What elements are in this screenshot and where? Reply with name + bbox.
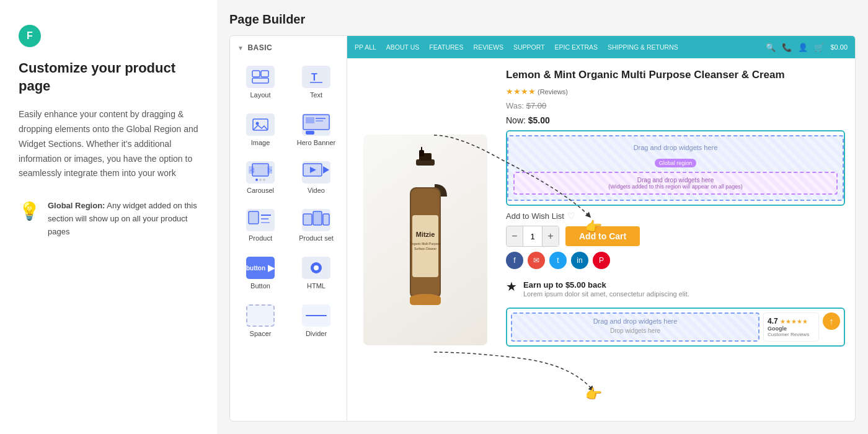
- google-label: Google: [768, 326, 815, 332]
- text-label: Text: [310, 91, 322, 99]
- widget-item-product[interactable]: Product: [235, 204, 286, 247]
- widget-item-button[interactable]: button ▶ Button: [235, 252, 286, 294]
- heart-icon[interactable]: ♡: [567, 211, 575, 221]
- carousel-label: Carousel: [247, 187, 274, 194]
- right-panel: Page Builder ▼ BASIC Layout T: [217, 0, 868, 434]
- html-label: HTML: [307, 282, 326, 290]
- google-sub-label: Customer Reviews: [768, 332, 815, 337]
- global-inner-sub-text: (Widgets added to this region will appea…: [518, 184, 833, 190]
- widget-sidebar: ▼ BASIC Layout T Text: [229, 35, 347, 422]
- phone-nav-icon[interactable]: 📞: [782, 43, 792, 52]
- widget-item-html[interactable]: HTML: [291, 252, 342, 294]
- now-price-row: Now: $5.00: [506, 115, 845, 125]
- svg-rect-49: [419, 150, 424, 156]
- carousel-icon: ◁▷: [246, 161, 275, 184]
- product-icon: [246, 209, 275, 231]
- widget-item-layout[interactable]: Layout: [235, 61, 286, 104]
- earn-back-section: ★ Earn up to $5.00 back Lorem ipsum dolo…: [506, 274, 845, 303]
- review-count: (Reviews): [538, 88, 568, 95]
- now-price: $5.00: [528, 115, 550, 125]
- global-region-note: 💡 Global Region: Any widget added on thi…: [19, 200, 198, 238]
- store-nav: PP ALL ABOUT US FEATURES REVIEWS SUPPORT…: [347, 36, 855, 58]
- svg-rect-26: [249, 211, 259, 224]
- divider-label: Divider: [306, 330, 327, 337]
- main-area: ▼ BASIC Layout T Text: [229, 35, 856, 422]
- svg-point-19: [255, 179, 258, 181]
- was-price-row: Was: $7.00: [506, 101, 845, 110]
- svg-text:Mitzie: Mitzie: [416, 231, 435, 238]
- nav-item-all[interactable]: PP ALL: [355, 43, 376, 51]
- nav-item-about[interactable]: ABOUT US: [386, 43, 419, 51]
- svg-rect-1: [261, 71, 268, 77]
- nav-item-features[interactable]: FEATURES: [429, 43, 463, 51]
- qty-plus-button[interactable]: +: [542, 226, 559, 246]
- add-to-cart-button[interactable]: Add to Cart: [565, 226, 640, 246]
- bottom-drag-area: Drag and drop widgets here Drop widgets …: [511, 312, 760, 342]
- bulb-icon: 💡: [19, 201, 40, 221]
- bottom-drag-zone: Drag and drop widgets here Drop widgets …: [506, 308, 845, 347]
- pinterest-share-icon[interactable]: P: [593, 252, 610, 269]
- product-title: Lemon & Mint Organic Multi Purpose Clean…: [506, 68, 845, 82]
- social-row: f ✉ t in P: [506, 252, 845, 269]
- scroll-up-button[interactable]: ↑: [823, 312, 840, 330]
- qty-minus-button[interactable]: −: [507, 226, 523, 246]
- basic-section-label: ▼ BASIC: [235, 43, 342, 52]
- page-builder-title: Page Builder: [229, 12, 856, 27]
- svg-rect-12: [306, 131, 314, 135]
- widget-item-video[interactable]: Video: [291, 156, 342, 199]
- widget-item-text[interactable]: T Text: [291, 61, 342, 104]
- html-icon: [302, 257, 330, 279]
- stars-icon: ★★★★: [506, 87, 536, 96]
- twitter-share-icon[interactable]: t: [549, 252, 567, 269]
- svg-rect-9: [306, 117, 314, 123]
- svg-rect-31: [303, 214, 312, 225]
- widget-item-carousel[interactable]: ◁▷ Carousel: [235, 156, 286, 199]
- left-description: Easily enhance your content by dragging …: [19, 107, 198, 181]
- widget-item-product-set[interactable]: Product set: [291, 204, 342, 247]
- global-region-text: Global Region: Any widget added on this …: [48, 200, 198, 238]
- earn-text: Earn up to $5.00 back Lorem ipsum dolor …: [523, 279, 689, 298]
- account-nav-icon[interactable]: 👤: [798, 43, 808, 52]
- widget-item-image[interactable]: Image: [235, 108, 286, 151]
- button-label: Button: [250, 282, 270, 290]
- drop-here-text: Drop widgets here: [516, 327, 755, 334]
- expand-arrow-icon[interactable]: ▼: [237, 45, 244, 51]
- nav-item-reviews[interactable]: REVIEWS: [474, 43, 503, 51]
- logo-icon: F: [19, 25, 41, 47]
- print-share-icon[interactable]: ✉: [528, 252, 545, 269]
- nav-item-shipping[interactable]: SHIPPING & RETURNS: [608, 43, 678, 51]
- layout-icon: [246, 66, 275, 88]
- hero-banner-icon: [302, 113, 330, 136]
- svg-point-38: [314, 265, 319, 270]
- svg-text:T: T: [311, 72, 317, 82]
- earn-star-icon: ★: [506, 279, 517, 294]
- global-inner-drag-text: Drag and drop widgets here: [518, 177, 833, 184]
- product-label: Product: [249, 234, 272, 242]
- widget-item-divider[interactable]: Divider: [291, 299, 342, 342]
- linkedin-share-icon[interactable]: in: [571, 252, 588, 269]
- search-nav-icon[interactable]: 🔍: [766, 43, 776, 52]
- google-stars-icon: ★★★★★: [780, 318, 808, 325]
- product-info: Lemon & Mint Organic Multi Purpose Clean…: [506, 68, 845, 411]
- cart-amount: $0.00: [830, 43, 848, 51]
- drag-drop-inner: Drag and drop widgets here Global region…: [507, 135, 844, 201]
- svg-rect-33: [313, 211, 322, 225]
- video-icon: [302, 161, 330, 184]
- divider-icon: [302, 304, 330, 327]
- cart-nav-icon[interactable]: 🛒: [814, 43, 824, 52]
- nav-item-extras[interactable]: EPIC EXTRAS: [555, 43, 598, 51]
- widget-item-spacer[interactable]: Spacer: [235, 299, 286, 342]
- svg-marker-24: [323, 166, 329, 174]
- widget-item-hero-banner[interactable]: Hero Banner: [291, 108, 342, 151]
- page-title: Customize your product page: [19, 60, 198, 95]
- product-set-label: Product set: [299, 234, 334, 242]
- svg-rect-35: [323, 214, 329, 225]
- facebook-share-icon[interactable]: f: [506, 252, 523, 269]
- svg-text:◁: ◁: [250, 167, 254, 173]
- drag-drop-zone-top: Drag and drop widgets here Global region…: [506, 130, 845, 206]
- quantity-control: − 1 +: [506, 226, 559, 247]
- google-review-widget: 4.7 ★★★★★ Google Customer Reviews: [763, 312, 819, 342]
- nav-item-support[interactable]: SUPPORT: [513, 43, 545, 51]
- svg-point-6: [256, 122, 259, 125]
- qty-value: 1: [523, 226, 542, 246]
